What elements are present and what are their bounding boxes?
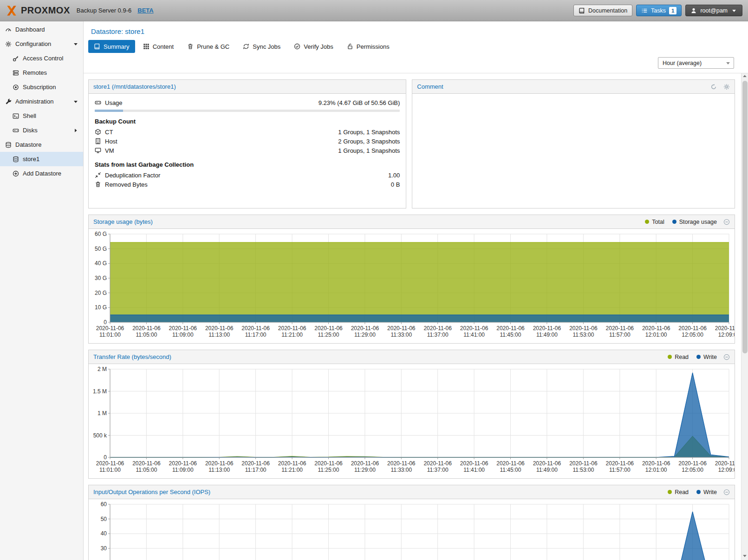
svg-text:2020-11-06: 2020-11-06 xyxy=(533,325,561,332)
svg-text:12:05:00: 12:05:00 xyxy=(682,467,703,473)
legend-item-write[interactable]: Write xyxy=(696,489,717,495)
sidebar-item-datastore[interactable]: Datastore xyxy=(0,137,83,152)
trash-icon xyxy=(95,181,101,188)
svg-text:50: 50 xyxy=(101,516,107,522)
gc-value: 0 B xyxy=(391,181,400,188)
gear-icon xyxy=(5,41,12,47)
tab-label: Verify Jobs xyxy=(304,43,333,50)
svg-text:11:25:00: 11:25:00 xyxy=(318,332,339,338)
svg-text:500 k: 500 k xyxy=(93,432,107,439)
collapse-icon[interactable] xyxy=(723,489,730,495)
plus-circle-icon xyxy=(13,170,19,177)
legend-label: Read xyxy=(675,489,689,495)
svg-text:2020-11-06: 2020-11-06 xyxy=(132,460,161,467)
svg-text:12:09:00: 12:09:00 xyxy=(718,332,735,338)
tab-verify-jobs[interactable]: Verify Jobs xyxy=(288,40,339,53)
scrollbar-thumb[interactable] xyxy=(742,81,748,353)
tab-prune-gc[interactable]: Prune & GC xyxy=(182,40,235,53)
vertical-scrollbar[interactable] xyxy=(741,73,748,560)
svg-text:20 G: 20 G xyxy=(95,290,107,296)
legend-dot xyxy=(696,490,701,494)
check-circle-icon xyxy=(294,43,300,50)
sidebar-item-dashboard[interactable]: Dashboard xyxy=(0,22,83,37)
svg-text:2020-11-06: 2020-11-06 xyxy=(387,460,416,467)
svg-text:2 M: 2 M xyxy=(98,366,107,372)
terminal-icon xyxy=(13,113,19,119)
legend-item-read[interactable]: Read xyxy=(668,354,689,360)
database-icon xyxy=(5,142,12,148)
chevron-down-icon xyxy=(725,60,731,66)
legend-dot xyxy=(672,220,676,224)
building-icon xyxy=(95,138,101,144)
tab-content[interactable]: Content xyxy=(137,40,180,53)
sidebar-item-access-control[interactable]: Access Control xyxy=(0,51,83,65)
sidebar-item-disks[interactable]: Disks xyxy=(0,123,83,137)
documentation-button[interactable]: Documentation xyxy=(573,5,632,16)
legend-label: Read xyxy=(675,354,689,360)
svg-text:11:49:00: 11:49:00 xyxy=(536,467,558,473)
svg-text:11:01:00: 11:01:00 xyxy=(99,332,121,338)
user-menu-button[interactable]: root@pam xyxy=(685,5,742,16)
monitor-icon xyxy=(95,147,101,154)
sync-icon xyxy=(243,43,249,50)
legend-item-total[interactable]: Total xyxy=(645,219,664,225)
gear-icon[interactable] xyxy=(723,84,730,90)
svg-text:2020-11-06: 2020-11-06 xyxy=(278,460,306,467)
scroll-down-arrow[interactable] xyxy=(741,553,748,560)
sidebar-item-administration[interactable]: Administration xyxy=(0,94,83,109)
sidebar-item-configuration[interactable]: Configuration xyxy=(0,37,83,51)
svg-text:2020-11-06: 2020-11-06 xyxy=(642,460,670,467)
tab-sync-jobs[interactable]: Sync Jobs xyxy=(237,40,286,53)
user-menu-label: root@pam xyxy=(700,7,728,14)
tasks-button[interactable]: Tasks 1 xyxy=(636,5,682,16)
svg-text:11:29:00: 11:29:00 xyxy=(354,467,376,473)
tasks-label: Tasks xyxy=(651,7,666,14)
svg-text:2020-11-06: 2020-11-06 xyxy=(96,460,124,467)
sidebar-item-store1[interactable]: store1 xyxy=(0,152,83,166)
svg-text:0: 0 xyxy=(104,454,107,461)
sidebar-item-label: Shell xyxy=(23,112,79,119)
tab-label: Sync Jobs xyxy=(253,43,280,50)
user-icon xyxy=(690,7,697,14)
caret-right-icon[interactable] xyxy=(72,127,79,134)
tab-summary[interactable]: Summary xyxy=(88,40,135,53)
iops-chart: 01020304050602020-11-0611:01:002020-11-0… xyxy=(89,501,735,560)
sidebar-item-add-datastore[interactable]: Add Datastore xyxy=(0,166,83,181)
svg-text:11:25:00: 11:25:00 xyxy=(318,467,339,473)
caret-down-icon[interactable] xyxy=(72,41,79,47)
svg-text:11:13:00: 11:13:00 xyxy=(208,332,230,338)
sidebar-item-remotes[interactable]: Remotes xyxy=(0,65,83,80)
collapse-icon[interactable] xyxy=(723,219,730,225)
storage-usage-chart: 010 G20 G30 G40 G50 G60 G2020-11-0611:01… xyxy=(89,230,735,342)
collapse-icon[interactable] xyxy=(723,354,730,360)
tab-permissions[interactable]: Permissions xyxy=(341,40,395,53)
svg-text:2020-11-06: 2020-11-06 xyxy=(496,325,525,332)
svg-text:11:53:00: 11:53:00 xyxy=(572,467,594,473)
usage-progress-fill xyxy=(95,110,123,112)
comment-body[interactable] xyxy=(412,94,735,208)
sidebar-item-subscription[interactable]: Subscription xyxy=(0,80,83,94)
caret-down-icon[interactable] xyxy=(72,98,79,105)
time-range-select[interactable]: Hour (average) xyxy=(658,57,734,69)
sidebar-item-shell[interactable]: Shell xyxy=(0,109,83,123)
legend-item-write[interactable]: Write xyxy=(696,354,717,360)
scroll-up-arrow[interactable] xyxy=(741,73,748,80)
product-version: Backup Server 0.9-6 xyxy=(77,7,132,14)
panel-title: Transfer Rate (bytes/second) xyxy=(93,353,661,360)
documentation-label: Documentation xyxy=(588,7,627,14)
svg-text:11:21:00: 11:21:00 xyxy=(281,467,303,473)
legend-item-read[interactable]: Read xyxy=(668,489,689,495)
svg-text:11:09:00: 11:09:00 xyxy=(172,467,194,473)
svg-text:50 G: 50 G xyxy=(95,246,107,252)
legend-item-storage-usage[interactable]: Storage usage xyxy=(672,219,717,225)
svg-text:12:05:00: 12:05:00 xyxy=(682,332,703,338)
svg-text:60: 60 xyxy=(101,501,107,508)
svg-text:2020-11-06: 2020-11-06 xyxy=(205,460,234,467)
datastore-info-panel: store1 (/mnt/datastores/store1) Usage 9.… xyxy=(88,79,406,208)
reload-icon[interactable] xyxy=(710,84,717,90)
beta-link[interactable]: BETA xyxy=(137,7,153,14)
svg-text:2020-11-06: 2020-11-06 xyxy=(169,460,197,467)
task-list-icon xyxy=(641,7,648,14)
panel-title: Storage usage (bytes) xyxy=(93,218,638,225)
comment-panel: Comment xyxy=(412,79,735,208)
